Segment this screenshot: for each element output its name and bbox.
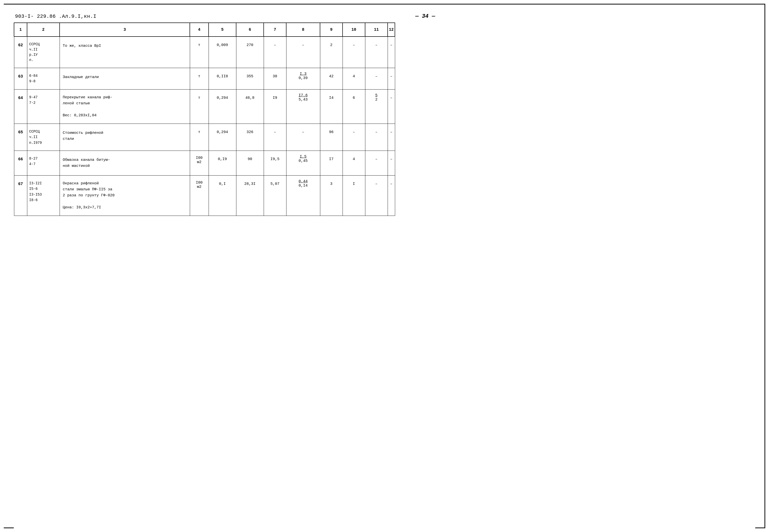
row-desc: Окраска рифленойстали эмалью ПФ-II5 за2 … [60, 175, 190, 216]
row-desc: То же, класса ВрI [60, 37, 190, 68]
row-col12: – [388, 89, 395, 124]
row-col6: 46,8 [236, 89, 264, 124]
row-col7: – [264, 124, 286, 151]
row-col9: 3 [320, 175, 343, 216]
row-col7: I9,5 [264, 151, 286, 175]
row-unit: т [190, 37, 209, 68]
col-header-11: 11 [365, 23, 388, 37]
row-col12: – [388, 151, 395, 175]
fraction-bot: 5,43 [288, 98, 319, 102]
col-header-10: 10 [343, 23, 365, 37]
table-header-row: 1 2 3 4 5 6 7 8 9 10 11 12 [14, 23, 395, 37]
row-ref: ССРСЦч.IIп.I979 [27, 124, 60, 151]
col-header-12: 12 [388, 23, 395, 37]
col-header-3: 3 [60, 23, 190, 37]
row-col9: I4 [320, 89, 343, 124]
row-unit: т [190, 89, 209, 124]
row-num: 64 [14, 89, 27, 124]
row-col10: 4 [343, 68, 365, 90]
fraction-top: I,5 [288, 155, 319, 159]
row-desc: Обмазка канала битум-ной мастикой [60, 151, 190, 175]
row-col10: 6 [343, 89, 365, 124]
fraction-top: I,3 [288, 72, 319, 76]
row-col7: I9 [264, 89, 286, 124]
table-row: 67 I3-I2II5-6I3-I53I8-6 Окраска рифленой… [14, 175, 395, 216]
corner-tr [755, 4, 765, 14]
row-ref: 6-849-8 [27, 68, 60, 90]
col-header-6: 6 [236, 23, 264, 37]
table-row: 62 ССРСЦч.IIр.IУп. То же, класса ВрI т 0… [14, 37, 395, 68]
row-col11: – [365, 124, 388, 151]
row-col8-fraction: I7,6 5,43 [286, 89, 320, 124]
row-unit: т [190, 124, 209, 151]
row-col10: – [343, 124, 365, 151]
col-header-1: 1 [14, 23, 27, 37]
fraction-bot: 0,45 [288, 159, 319, 163]
row-col10: I [343, 175, 365, 216]
row-ref: ССРСЦч.IIр.IУп. [27, 37, 60, 68]
row-col10: 4 [343, 151, 365, 175]
row-desc: Закладные детали [60, 68, 190, 90]
row-col12: – [388, 37, 395, 68]
corner-br [755, 518, 765, 528]
fraction-top: I7,6 [288, 93, 319, 98]
row-col5: 0,294 [209, 124, 236, 151]
row-ref: 8-274-7 [27, 151, 60, 175]
row-col9: 96 [320, 124, 343, 151]
table-row: 63 6-849-8 Закладные детали т 0,II8 355 … [14, 68, 395, 90]
col-header-4: 4 [190, 23, 209, 37]
row-col5: 0,II8 [209, 68, 236, 90]
row-desc: Стоимость рифленойстали [60, 124, 190, 151]
table-row: 66 8-274-7 Обмазка канала битум-ной маст… [14, 151, 395, 175]
corner-bl [4, 518, 14, 528]
row-col8-fraction: I,3 0,39 [286, 68, 320, 90]
row-desc: Перекрытие канала риф-леной стальюВес: 0… [60, 89, 190, 124]
row-col6: 270 [236, 37, 264, 68]
row-col5: 0,009 [209, 37, 236, 68]
row-num: 65 [14, 124, 27, 151]
row-col5: 0,I [209, 175, 236, 216]
row-unit: I00м2 [190, 175, 209, 216]
row-unit: т [190, 68, 209, 90]
row-col9: I7 [320, 151, 343, 175]
fraction-top: 0,44 [288, 179, 319, 184]
row-col11: – [365, 37, 388, 68]
row-col8-fraction: 0,44 0,I4 [286, 175, 320, 216]
row-col7: 38 [264, 68, 286, 90]
fraction-bot: 0,I4 [288, 184, 319, 188]
main-table: 1 2 3 4 5 6 7 8 9 10 11 12 62 ССРСЦч.IIр… [14, 23, 395, 216]
row-col8: – [286, 37, 320, 68]
fraction-top: 5 [366, 93, 387, 98]
row-col7: – [264, 37, 286, 68]
row-col6: 355 [236, 68, 264, 90]
row-unit: I00м2 [190, 151, 209, 175]
row-col8: – [286, 124, 320, 151]
row-ref: I3-I2II5-6I3-I53I8-6 [27, 175, 60, 216]
page-number: — 34 — [96, 13, 754, 20]
row-col12: – [388, 175, 395, 216]
document-ref: 903-I- 229.86 .Ал.9.I,кн.I [15, 14, 96, 19]
table-row: 65 ССРСЦч.IIп.I979 Стоимость рифленойста… [14, 124, 395, 151]
row-col6: 28,3I [236, 175, 264, 216]
row-col6: 326 [236, 124, 264, 151]
col-header-9: 9 [320, 23, 343, 37]
col-header-7: 7 [264, 23, 286, 37]
row-col11: – [365, 68, 388, 90]
row-num: 67 [14, 175, 27, 216]
table-row: 64 9-477-2 Перекрытие канала риф-леной с… [14, 89, 395, 124]
row-col12: – [388, 124, 395, 151]
top-border [14, 4, 755, 5]
row-col11-fraction: 5 2 [365, 89, 388, 124]
row-col11: – [365, 151, 388, 175]
col-header-8: 8 [286, 23, 320, 37]
right-border [764, 4, 765, 528]
row-col6: 90 [236, 151, 264, 175]
row-col10: – [343, 37, 365, 68]
row-num: 63 [14, 68, 27, 90]
row-col5: 0,I9 [209, 151, 236, 175]
row-num: 66 [14, 151, 27, 175]
fraction-bot: 0,39 [288, 76, 319, 80]
row-num: 62 [14, 37, 27, 68]
row-col12: – [388, 68, 395, 90]
row-col11: – [365, 175, 388, 216]
